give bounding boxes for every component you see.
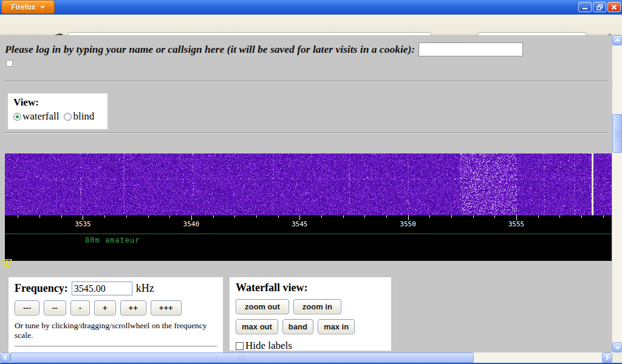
waterfall-max-out-button[interactable]: max out xyxy=(236,319,278,334)
frequency-panel: Frequency: kHz --- -- - + ++ +++ Or tune… xyxy=(9,277,223,352)
tick xyxy=(83,215,83,220)
minimize-button[interactable] xyxy=(578,2,592,12)
tick xyxy=(299,215,300,220)
chevron-down-icon xyxy=(615,346,620,349)
waterfall-display: 35353540354535503555 80m amateur xyxy=(5,153,612,261)
firefox-menu-button[interactable]: Firefox xyxy=(1,0,55,14)
scroll-right-button[interactable] xyxy=(602,352,612,363)
tick xyxy=(39,215,40,218)
band-extent-line xyxy=(5,234,612,234)
radio-blind-label[interactable]: blind xyxy=(73,110,94,123)
scrollbar-corner xyxy=(612,352,622,363)
tune-down-3-button[interactable]: --- xyxy=(15,300,39,315)
scale-label: 3555 xyxy=(508,220,525,228)
scroll-down-button[interactable] xyxy=(612,342,622,352)
waterfall-zoom-out-button[interactable]: zoom out xyxy=(236,299,289,314)
chevron-up-icon xyxy=(615,39,620,42)
tick xyxy=(473,215,474,218)
frequency-scale[interactable]: 35353540354535503555 xyxy=(5,215,612,229)
tick xyxy=(169,215,170,218)
tick xyxy=(104,215,105,218)
login-prompt: Please log in by typing your name or cal… xyxy=(5,43,415,56)
waterfall-canvas[interactable] xyxy=(5,153,612,215)
waterfall-view-label: Waterfall view: xyxy=(236,281,385,294)
tick xyxy=(364,215,365,218)
tick xyxy=(256,215,257,218)
waterfall-max-in-button[interactable]: max in xyxy=(318,319,355,334)
radio-waterfall-label[interactable]: waterfall xyxy=(22,110,59,123)
tick xyxy=(581,215,582,218)
scale-label: 3540 xyxy=(183,220,200,228)
tick xyxy=(559,215,560,218)
horizontal-scroll-thumb[interactable] xyxy=(10,352,474,363)
close-icon xyxy=(611,4,617,10)
title-bar: Firefox xyxy=(0,0,622,15)
tick xyxy=(126,215,127,218)
tuning-marker-icon[interactable] xyxy=(2,259,13,271)
tick xyxy=(213,215,214,218)
band-label: 80m amateur xyxy=(85,236,140,244)
tick xyxy=(18,215,18,218)
tick xyxy=(61,215,62,218)
small-checkbox[interactable] xyxy=(6,60,13,67)
tick xyxy=(538,215,539,218)
vertical-scrollbar[interactable] xyxy=(612,35,622,352)
tick xyxy=(408,215,409,220)
chevron-down-icon xyxy=(40,6,45,8)
tick xyxy=(234,215,235,218)
restore-icon xyxy=(596,4,603,10)
frequency-unit: kHz xyxy=(136,282,154,295)
vertical-scroll-thumb[interactable] xyxy=(612,114,622,153)
tick xyxy=(321,215,322,218)
tune-down-1-button[interactable]: - xyxy=(70,300,90,315)
close-button[interactable] xyxy=(607,2,621,12)
waterfall-view-panel: Waterfall view: zoom out zoom in max out… xyxy=(230,277,391,351)
tick xyxy=(191,215,192,220)
browser-window: Firefox xyxy=(0,0,622,364)
scroll-up-button[interactable] xyxy=(612,35,622,46)
divider xyxy=(5,81,607,82)
hide-labels-checkbox[interactable] xyxy=(236,342,244,350)
tick xyxy=(516,215,517,220)
tick xyxy=(278,215,279,218)
tick xyxy=(148,215,149,218)
webpage-content: Please log in by typing your name or cal… xyxy=(0,35,612,352)
login-row: Please log in by typing your name or cal… xyxy=(5,42,597,56)
frequency-label: Frequency: xyxy=(15,282,68,295)
tick xyxy=(343,215,344,218)
chevron-left-icon xyxy=(4,355,7,360)
view-label: View: xyxy=(13,96,102,109)
restore-button[interactable] xyxy=(593,2,606,12)
tune-up-3-button[interactable]: +++ xyxy=(151,300,182,315)
minimize-icon xyxy=(582,4,588,10)
frequency-input[interactable] xyxy=(72,281,132,295)
scale-label: 3545 xyxy=(292,220,308,228)
chevron-right-icon xyxy=(606,355,609,360)
tick xyxy=(494,215,495,218)
scale-label: 3535 xyxy=(75,220,91,228)
tune-up-2-button[interactable]: ++ xyxy=(120,300,146,315)
tuning-hint: Or tune by clicking/dragging/scrollwheel… xyxy=(15,321,217,340)
radio-waterfall[interactable] xyxy=(13,113,21,121)
navigation-toolbar: websdr.ewi.utwente.nl:8901 − + xyxy=(0,15,622,35)
tick xyxy=(386,215,387,218)
tune-up-1-button[interactable]: + xyxy=(94,300,116,315)
login-callsign-input[interactable] xyxy=(419,42,523,56)
tick xyxy=(603,215,604,218)
tune-down-2-button[interactable]: -- xyxy=(44,300,66,315)
horizontal-scrollbar[interactable] xyxy=(0,352,612,363)
band-annotation-area: 80m amateur xyxy=(5,229,612,261)
waterfall-zoom-in-button[interactable]: zoom in xyxy=(293,299,341,314)
waterfall-band-button[interactable]: band xyxy=(282,319,313,334)
firefox-button-label: Firefox xyxy=(11,3,35,12)
view-selector-box: View: waterfall blind xyxy=(8,93,108,129)
divider xyxy=(15,346,217,347)
radio-blind[interactable] xyxy=(64,113,72,121)
divider xyxy=(5,132,607,133)
scroll-left-button[interactable] xyxy=(0,352,10,363)
hide-labels-label[interactable]: Hide labels xyxy=(245,340,292,352)
tick xyxy=(429,215,430,218)
tick xyxy=(451,215,452,218)
scale-label: 3550 xyxy=(400,220,416,228)
